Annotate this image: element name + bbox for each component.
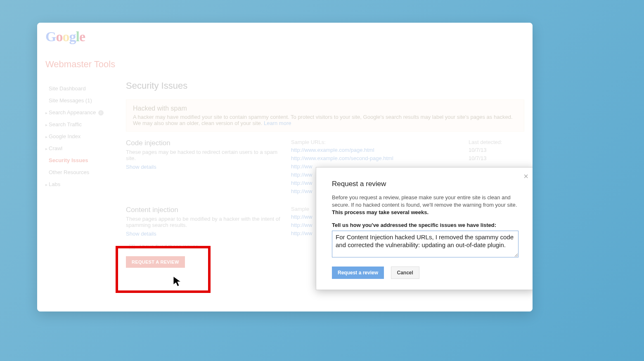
sidebar-item-label: Other Resources	[49, 169, 89, 175]
sidebar-item-label: Google Index	[49, 133, 80, 139]
issue-desc: These pages may be hacked to redirect ce…	[126, 149, 287, 161]
close-icon[interactable]: ×	[523, 172, 528, 181]
modal-field-label: Tell us how you've addressed the specifi…	[332, 222, 519, 228]
sidebar-item-site-dashboard[interactable]: Site Dashboard	[43, 83, 121, 94]
product-title: Webmaster Tools	[45, 59, 115, 70]
sidebar-item-label: Search Appearance	[49, 109, 96, 116]
modal-intro-text: Before you request a review, please make…	[332, 194, 517, 208]
modal-intro-bold: This process may take several weeks.	[332, 209, 429, 215]
request-review-button[interactable]: REQUEST A REVIEW	[126, 256, 185, 268]
modal-title: Request a review	[332, 180, 519, 188]
sidebar-item-search-traffic[interactable]: ▸Search Traffic	[43, 118, 121, 130]
sidebar-item-other-resources[interactable]: Other Resources	[43, 166, 121, 178]
fixed-issues-checkbox-row[interactable]: I have fixed these issues	[126, 243, 198, 250]
sidebar: Site Dashboard Site Messages (1) ▸Search…	[43, 83, 121, 190]
sidebar-item-site-messages[interactable]: Site Messages (1)	[43, 94, 121, 106]
request-review-modal: × Request a review Before you request a …	[316, 167, 533, 290]
checkbox-label: I have fixed these issues	[140, 243, 198, 250]
sample-url[interactable]: http://www.example.com/page.html	[291, 146, 469, 154]
show-details-link[interactable]: Show details	[126, 231, 156, 237]
alert-hacked-with-spam: Hacked with spam A hacker may have modif…	[126, 99, 524, 132]
fix-confirmation-area: I have fixed these issues REQUEST A REVI…	[126, 243, 198, 268]
detected-date: 10/7/13	[469, 146, 518, 154]
column-header-last-detected: Last detected:	[469, 139, 518, 145]
learn-more-link[interactable]: Learn more	[264, 120, 291, 126]
modal-cancel-button[interactable]: Cancel	[391, 267, 419, 279]
issue-title: Code injection	[126, 139, 287, 147]
sidebar-item-security-issues[interactable]: Security Issues	[43, 154, 121, 166]
review-explanation-textarea[interactable]	[332, 231, 519, 257]
sidebar-item-label: Site Messages (1)	[49, 97, 92, 104]
sidebar-item-label: Security Issues	[49, 157, 88, 163]
info-icon[interactable]: i	[98, 110, 104, 116]
alert-title: Hacked with spam	[133, 105, 517, 112]
sample-url[interactable]: http://www.example.com/second-page.html	[291, 154, 469, 163]
modal-intro: Before you request a review, please make…	[332, 194, 519, 216]
issue-title: Content injection	[126, 206, 287, 214]
sidebar-item-google-index[interactable]: ▸Google Index	[43, 130, 121, 142]
modal-submit-button[interactable]: Request a review	[332, 267, 384, 279]
issue-desc: These pages appear to be modified by a h…	[126, 216, 287, 228]
sidebar-item-search-appearance[interactable]: ▸Search Appearance i	[43, 106, 121, 118]
alert-body: A hacker may have modified your site to …	[133, 114, 513, 126]
checkbox-icon[interactable]	[129, 244, 135, 250]
sidebar-item-labs[interactable]: ▸Labs	[43, 178, 121, 190]
sidebar-item-label: Crawl	[49, 145, 62, 151]
page-title: Security Issues	[126, 80, 524, 91]
sidebar-item-label: Search Traffic	[49, 121, 82, 127]
column-header-sample-urls: Sample URLs:	[291, 139, 469, 145]
sidebar-item-label: Site Dashboard	[49, 85, 86, 92]
app-window: Google Webmaster Tools Site Dashboard Si…	[37, 23, 533, 311]
sidebar-item-crawl[interactable]: ▸Crawl	[43, 142, 121, 154]
detected-date: 10/7/13	[469, 154, 518, 163]
google-logo: Google	[45, 29, 85, 45]
show-details-link[interactable]: Show details	[126, 164, 156, 170]
sidebar-item-label: Labs	[49, 181, 60, 187]
